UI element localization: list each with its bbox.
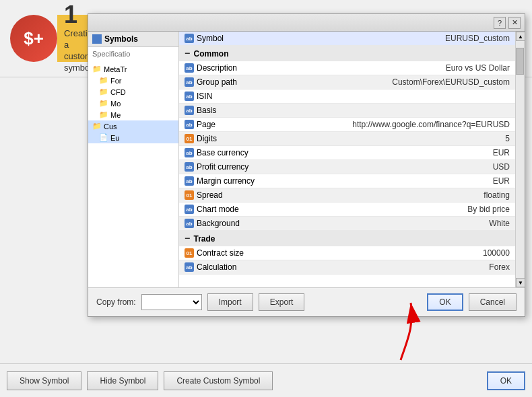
prop-icon: ab [185, 92, 194, 101]
cancel-button[interactable]: Cancel [469, 293, 517, 311]
table-row: ab Chart mode By bid price [179, 203, 515, 217]
left-panel: Symbols Specificatio 📁 MetaTr 📁 For 📁 CF… [88, 32, 179, 287]
prop-value-cell: Custom\Forex\EURUSD_custom [342, 75, 515, 89]
prop-value-cell: USD [342, 160, 515, 174]
prop-value-cell [342, 104, 515, 118]
table-row: ab Profit currency USD [179, 160, 515, 174]
table-row: ab Page http://www.google.com/finance?q=… [179, 118, 515, 132]
ok-button[interactable]: OK [427, 293, 463, 311]
prop-name-cell: ab Calculation [185, 262, 333, 272]
prop-icon: 01 [185, 190, 194, 200]
prop-icon: ab [185, 34, 194, 43]
folder-icon: 📁 [99, 76, 108, 85]
bottom-bar: Show Symbol Hide Symbol Create Custom Sy… [0, 363, 532, 397]
prop-icon: ab [185, 219, 194, 228]
help-button[interactable]: ? [494, 17, 506, 29]
tree-item[interactable]: 📁 Mo [88, 98, 178, 109]
show-symbol-button[interactable]: Show Symbol [7, 371, 81, 390]
table-row: ab Basis [179, 104, 515, 118]
section-common: − Common [179, 46, 515, 61]
prop-icon: ab [185, 77, 194, 87]
prop-icon: ab [185, 205, 194, 214]
folder-icon: 📁 [92, 122, 102, 131]
prop-name-cell: ab Background [185, 219, 333, 228]
prop-name-cell: ab Margin currency [185, 176, 333, 186]
tree-item[interactable]: 📁 MetaTr [88, 63, 178, 75]
tree-item[interactable]: 📁 For [88, 75, 178, 86]
left-panel-header: Symbols [88, 32, 178, 47]
scroll-up-button[interactable]: ▲ [516, 32, 525, 41]
import-button[interactable]: Import [207, 293, 253, 311]
prop-name-cell: ab Symbol [185, 34, 333, 43]
item-icon: 📄 [99, 133, 108, 142]
section-trade: − Trade [179, 231, 515, 246]
bottom-ok-button[interactable]: OK [487, 371, 525, 390]
symbols-icon [92, 34, 102, 44]
prop-icon: ab [185, 148, 194, 157]
section-minus-icon: − [185, 48, 190, 59]
vertical-scrollbar[interactable]: ▲ ▼ [515, 32, 525, 287]
dialog-footer: Copy from: Import Export OK Cancel [88, 287, 525, 316]
tree-item[interactable]: 📁 CFD [88, 86, 178, 98]
prop-icon: ab [185, 262, 194, 272]
prop-icon: ab [185, 120, 194, 129]
logo-area: $+ 1 Creating a custom symbol [10, 15, 94, 62]
tree-item[interactable]: 📁 Me [88, 109, 178, 120]
create-custom-symbol-button[interactable]: Create Custom Symbol [164, 371, 273, 390]
prop-name-cell: 01 Spread [185, 190, 333, 200]
properties-table: ab Symbol EURUSD_custom − Common [179, 32, 515, 275]
table-row: 01 Digits 5 [179, 132, 515, 146]
copy-from-dropdown[interactable] [141, 294, 202, 310]
outer-window: $+ 1 Creating a custom symbol ? ✕ [0, 0, 532, 397]
prop-value-cell: Euro vs US Dollar [342, 61, 515, 75]
table-row: ab Margin currency EUR [179, 174, 515, 188]
prop-icon: ab [185, 162, 194, 172]
scroll-track [516, 41, 525, 278]
tree-item-custom[interactable]: 📁 Cus [88, 120, 178, 132]
prop-value-cell: 5 [342, 132, 515, 146]
close-button[interactable]: ✕ [508, 17, 521, 29]
dialog-window: ? ✕ Symbols Specificatio 📁 MetaTr [88, 13, 525, 317]
tree-area: 📁 MetaTr 📁 For 📁 CFD 📁 Mo [88, 61, 178, 146]
prop-value-cell: Forex [342, 260, 515, 275]
table-row: ab Calculation Forex [179, 260, 515, 275]
table-row: ab Symbol EURUSD_custom [179, 32, 515, 46]
export-button[interactable]: Export [259, 293, 305, 311]
prop-value-cell: http://www.google.com/finance?q=EURUSD [342, 118, 515, 132]
prop-name-cell: 01 Digits [185, 134, 333, 143]
prop-value-cell: EUR [342, 146, 515, 160]
prop-name-cell: ab Chart mode [185, 205, 333, 214]
prop-name-cell: 01 Contract size [185, 248, 333, 258]
folder-icon: 📁 [92, 65, 102, 73]
prop-name-cell: ab Basis [185, 106, 333, 115]
prop-value-cell: floating [342, 188, 515, 203]
prop-value-cell [342, 89, 515, 104]
dialog-body: Symbols Specificatio 📁 MetaTr 📁 For 📁 CF… [88, 32, 525, 287]
dialog-titlebar: ? ✕ [88, 14, 525, 32]
prop-value-cell: EUR [342, 174, 515, 188]
section-minus-icon: − [185, 233, 190, 244]
prop-name-cell: ab Page [185, 120, 333, 129]
titlebar-controls: ? ✕ [494, 17, 521, 29]
prop-icon: ab [185, 63, 194, 73]
logo-icon: $+ [24, 28, 44, 49]
tree-item-eurusd[interactable]: 📄 Eu [88, 132, 178, 143]
prop-name-cell: ab Profit currency [185, 162, 333, 172]
prop-icon: ab [185, 106, 194, 115]
prop-name-cell: ab Description [185, 63, 333, 73]
right-panel[interactable]: ab Symbol EURUSD_custom − Common [179, 32, 515, 287]
prop-icon: ab [185, 176, 194, 186]
hide-symbol-button[interactable]: Hide Symbol [87, 371, 158, 390]
table-row: ab Base currency EUR [179, 146, 515, 160]
scroll-thumb[interactable] [516, 48, 524, 75]
logo-circle: $+ [10, 15, 57, 62]
step-number: 1 [64, 3, 77, 27]
folder-icon: 📁 [99, 110, 108, 119]
prop-value-cell: 100000 [342, 246, 515, 260]
table-row: ab Group path Custom\Forex\EURUSD_custom [179, 75, 515, 89]
prop-icon: 01 [185, 134, 194, 143]
copy-from-label: Copy from: [96, 297, 136, 307]
prop-value-cell: White [342, 217, 515, 231]
scroll-down-button[interactable]: ▼ [516, 278, 525, 287]
left-panel-title: Symbols [104, 34, 138, 44]
